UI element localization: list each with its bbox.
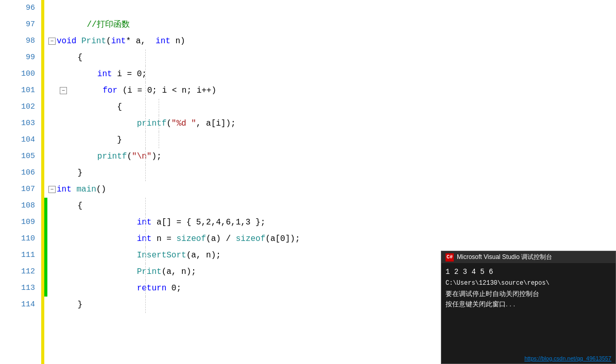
ln-113: 113 xyxy=(0,280,35,297)
code-line-97: //打印函数 xyxy=(44,16,616,33)
ln-104: 104 xyxy=(0,132,35,148)
code-line-109: int a[] = { 5,2,4,6,1,3 }; xyxy=(44,214,616,231)
code-line-108: { xyxy=(44,198,616,214)
ln-114: 114 xyxy=(0,297,35,313)
ln-109: 109 xyxy=(0,214,35,231)
ln-112: 112 xyxy=(0,264,35,280)
ln-98: 98 xyxy=(0,33,35,49)
vs-icon: C# xyxy=(446,253,454,262)
ln-103: 103 xyxy=(0,115,35,132)
ln-99: 99 xyxy=(0,49,35,66)
ln-97: 97 xyxy=(0,16,35,33)
vs-icon-text: C# xyxy=(447,254,453,260)
code-line-107: − int main () xyxy=(44,181,616,198)
code-line-102: { xyxy=(44,99,616,115)
code-line-98: − void Print ( int * a, int n) xyxy=(44,33,616,49)
ln-105: 105 xyxy=(0,148,35,165)
terminal-titlebar: C# Microsoft Visual Studio 调试控制台 xyxy=(441,251,615,263)
code-line-106: } xyxy=(44,165,616,181)
collapse-101[interactable]: − xyxy=(60,87,67,94)
ln-101: 101 xyxy=(0,82,35,99)
terminal-output-2: C:\Users\12130\source\repos\ xyxy=(446,278,611,289)
code-line-100: int i = 0; xyxy=(44,66,616,82)
terminal-output-4: 按任意键关闭此窗口. . . xyxy=(446,299,611,309)
code-line-105: printf ( "\n" ); xyxy=(44,148,616,165)
code-line-99: { xyxy=(44,49,616,66)
ln-111: 111 xyxy=(0,247,35,264)
code-line-103: printf ( "%d " , a[i]); xyxy=(44,115,616,132)
line-numbers: 96 97 98 99 100 101 102 103 104 105 106 … xyxy=(0,0,41,364)
ln-107: 107 xyxy=(0,181,35,198)
code-line-110: int n = sizeof (a) / sizeof (a[0]); xyxy=(44,231,616,247)
ln-102: 102 xyxy=(0,99,35,115)
fn-print: Print xyxy=(81,33,106,49)
code-line-101: − for (i = 0; i < n; i++) xyxy=(44,82,616,99)
green-sidebar-main xyxy=(44,198,47,297)
space-98a xyxy=(76,33,81,49)
terminal-output-3: 要在调试停止时自动关闭控制台 xyxy=(446,289,611,299)
ln-110: 110 xyxy=(0,231,35,247)
terminal-body: 1 2 3 4 5 6 C:\Users\12130\source\repos\… xyxy=(441,263,615,313)
ln-108: 108 xyxy=(0,198,35,214)
ln-106: 106 xyxy=(0,165,35,181)
terminal-output-1: 1 2 3 4 5 6 xyxy=(446,266,611,278)
terminal-footer-url[interactable]: https://blog.csdn.net/qq_49613557 xyxy=(524,355,611,361)
collapse-107[interactable]: − xyxy=(48,186,56,193)
terminal-title: Microsoft Visual Studio 调试控制台 xyxy=(457,253,552,262)
code-line-96 xyxy=(44,0,616,16)
kw-void-98: void xyxy=(57,33,76,49)
code-line-104: } xyxy=(44,132,616,148)
comment-print: //打印函数 xyxy=(67,16,130,33)
terminal-window: C# Microsoft Visual Studio 调试控制台 1 2 3 4… xyxy=(441,251,616,364)
ln-100: 100 xyxy=(0,66,35,82)
collapse-98[interactable]: − xyxy=(48,38,56,45)
editor-area: 96 97 98 99 100 101 102 103 104 105 106 … xyxy=(0,0,616,364)
ln-96: 96 xyxy=(0,0,35,16)
